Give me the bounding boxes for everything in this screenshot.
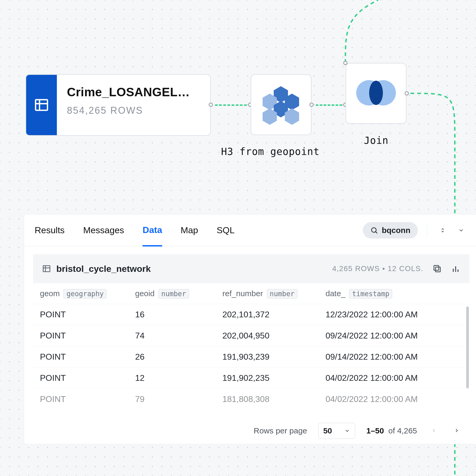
column-geom[interactable]: geom geography [40,289,135,298]
cell-date_: 12/23/2022 12:00:00 AM [326,310,463,319]
cell-geom: POINT [40,373,135,383]
svg-rect-8 [436,267,440,272]
page-range: 1–50 of 4,265 [366,426,417,435]
rows-per-page-label: Rows per page [254,426,307,435]
database-icon [370,226,378,234]
tab-results[interactable]: Results [35,214,65,246]
table-row[interactable]: POINT16202,101,37212/23/2022 12:00:00 AM [33,304,469,325]
column-ref-number[interactable]: ref_number number [222,289,326,298]
pagination-bar: Rows per page 50 1–50 of 4,265 [24,418,476,444]
cell-date_: 04/02/2022 12:00:00 AM [326,373,463,383]
connection-pill[interactable]: bqconn [363,222,418,239]
page-next-button[interactable] [451,426,463,435]
cell-ref_number: 202,101,372 [222,310,326,319]
copy-icon[interactable] [432,264,442,273]
table-name: bristol_cycle_network [56,264,151,274]
svg-rect-5 [43,266,50,272]
data-panel: Results Messages Data Map SQL bqconn bri… [24,214,476,444]
cell-geom: POINT [40,310,135,319]
source-node-title: Crime_LOSANGEL… [67,85,200,99]
join-node-output-handle[interactable] [405,91,409,95]
node-h3-from-geopoint[interactable] [251,74,312,135]
h3-node-output-handle[interactable] [309,103,314,107]
table-header-bar: bristol_cycle_network 4,265 ROWS • 12 CO… [33,254,469,283]
connector-h3-to-join [316,104,342,106]
svg-point-3 [372,228,376,232]
svg-rect-9 [434,266,439,270]
tab-sql[interactable]: SQL [217,214,235,246]
cell-geom: POINT [40,331,135,341]
tab-messages[interactable]: Messages [83,214,124,246]
table-icon [26,75,57,135]
cell-ref_number: 191,902,235 [222,373,326,383]
join-node-top-input-handle[interactable] [343,61,347,65]
type-pill: number [158,289,189,299]
cell-ref_number: 202,004,950 [222,331,326,341]
table-row[interactable]: POINT74202,004,95009/24/2022 12:00:00 AM [33,325,469,346]
column-date[interactable]: date_ timestamp [326,289,463,298]
cell-geoid: 26 [135,352,222,362]
table-icon [42,264,51,273]
source-node-output-handle[interactable] [209,103,213,107]
cell-geom: POINT [40,352,135,362]
rows-per-page-select[interactable]: 50 [318,423,355,439]
tab-map[interactable]: Map [181,214,198,246]
scrollbar-thumb[interactable] [466,306,469,388]
cell-geom: POINT [40,394,135,404]
panel-tabbar: Results Messages Data Map SQL bqconn [24,214,476,246]
column-geoid[interactable]: geoid number [135,289,222,298]
chevron-down-icon [344,428,350,434]
hexagon-cluster-icon [263,86,300,123]
svg-line-4 [376,232,377,233]
source-node-rowcount: 854,265 ROWS [67,105,200,116]
cell-date_: 09/24/2022 12:00:00 AM [326,331,463,341]
page-prev-button[interactable] [428,426,440,435]
join-node-label: Join [364,135,388,146]
type-pill: geography [63,289,107,299]
h3-node-label: H3 from geopoint [221,146,319,157]
table-row[interactable]: POINT12191,902,23504/02/2022 12:00:00 AM [33,367,469,388]
table-row[interactable]: POINT79181,808,30804/02/2022 12:00:00 AM [33,388,469,410]
cell-geoid: 16 [135,310,222,319]
venn-join-icon [356,80,396,107]
cell-date_: 09/14/2022 12:00:00 AM [326,352,463,362]
type-pill: number [267,289,298,299]
cell-geoid: 12 [135,373,222,383]
column-header-row: geom geography geoid number ref_number n… [33,283,469,304]
svg-rect-0 [36,100,48,110]
type-pill: timestamp [349,289,392,299]
cell-geoid: 74 [135,331,222,341]
cell-geoid: 79 [135,394,222,404]
node-source-table[interactable]: Crime_LOSANGEL… 854,265 ROWS [26,74,211,136]
table-meta: 4,265 ROWS • 12 COLS. [332,264,423,273]
divider [427,223,427,238]
table-row[interactable]: POINT26191,903,23909/14/2022 12:00:00 AM [33,346,469,367]
bar-chart-icon[interactable] [451,264,460,273]
resize-vertical-icon[interactable] [436,224,449,237]
cell-ref_number: 181,808,308 [222,394,326,404]
connection-name: bqconn [382,226,410,235]
node-join[interactable] [346,63,406,124]
data-grid: geom geography geoid number ref_number n… [33,283,469,418]
tab-data[interactable]: Data [143,215,162,246]
connector-source-to-h3 [215,104,247,106]
chevron-down-icon[interactable] [455,224,468,237]
cell-date_: 04/02/2022 12:00:00 AM [326,394,463,404]
cell-ref_number: 191,903,239 [222,352,326,362]
